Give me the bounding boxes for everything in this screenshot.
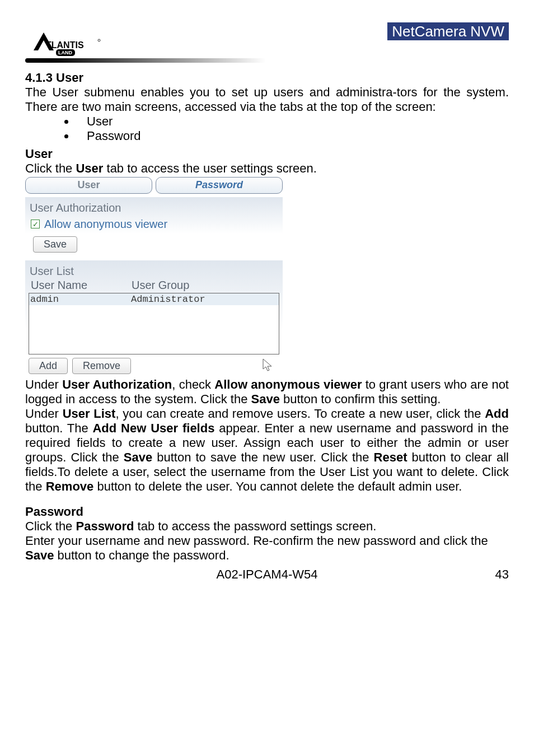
remove-button[interactable]: Remove (72, 358, 131, 374)
user-authorization-title: User Authorization (29, 200, 279, 216)
product-name-badge: NetCamera NVW (387, 22, 509, 40)
add-button[interactable]: Add (29, 358, 68, 374)
password-line-1: Click the Password tab to access the pas… (25, 519, 509, 534)
allow-anonymous-label: Allow anonymous viewer (44, 218, 167, 231)
user-list-box[interactable]: admin Administrator (29, 293, 279, 354)
bullet-user: User (76, 114, 509, 129)
user-settings-panel: User Password User Authorization ✓ Allow… (25, 177, 283, 375)
svg-text:TLANTIS: TLANTIS (46, 40, 84, 50)
svg-point-1 (98, 39, 100, 41)
intro-paragraph: The User submenu enables you to set up u… (25, 85, 509, 114)
footer-doc-code: A02-IPCAM4-W54 (217, 567, 318, 582)
svg-text:LAND: LAND (58, 50, 72, 55)
table-row[interactable]: admin Administrator (29, 293, 279, 305)
section-number-heading: 4.1.3 User (25, 71, 509, 85)
user-list-title: User List (29, 264, 279, 279)
bullet-password: Password (76, 129, 509, 143)
brand-logo: TLANTIS LAND (25, 22, 106, 67)
password-line-2: Enter your username and new password. Re… (25, 534, 509, 563)
footer-page-number: 43 (495, 567, 509, 582)
cursor-icon (261, 358, 275, 374)
tabs-bullet-list: User Password (76, 114, 509, 143)
tab-user[interactable]: User (25, 177, 152, 194)
user-list-paragraph: Under User List, you can create and remo… (25, 407, 509, 494)
checkbox-icon[interactable]: ✓ (31, 220, 40, 228)
user-subheading: User (25, 147, 509, 161)
password-subheading: Password (25, 505, 509, 519)
user-click-line: Click the User tab to access the user se… (25, 161, 509, 176)
user-authorization-paragraph: Under User Authorization, check Allow an… (25, 377, 509, 407)
save-button[interactable]: Save (33, 236, 77, 253)
allow-anonymous-checkbox-row[interactable]: ✓ Allow anonymous viewer (31, 218, 279, 231)
tab-password[interactable]: Password (156, 177, 283, 194)
user-list-header: User Name User Group (29, 279, 279, 292)
